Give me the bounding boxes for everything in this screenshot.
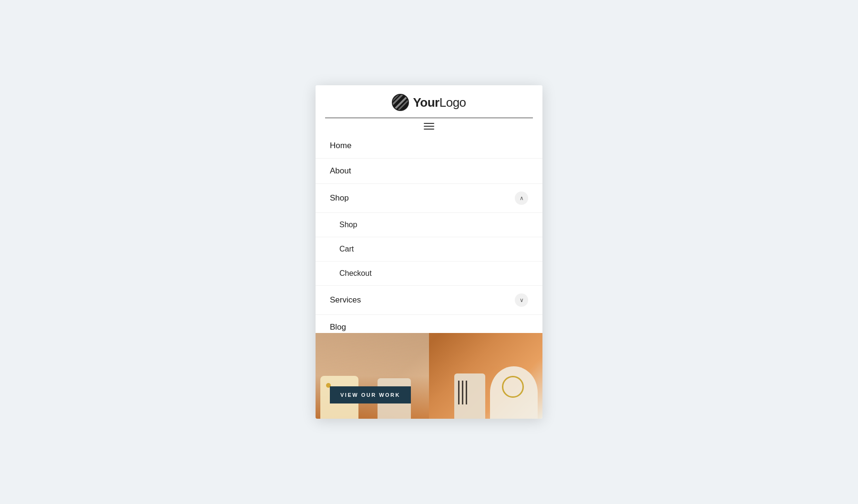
nav-item-checkout[interactable]: Checkout bbox=[316, 262, 542, 286]
nav-item-blog[interactable]: Blog bbox=[316, 315, 542, 333]
nav-label-services: Services bbox=[330, 295, 361, 305]
hamburger-bar bbox=[325, 118, 533, 133]
nav-item-about[interactable]: About bbox=[316, 159, 542, 184]
nav-menu: Home About Shop ∧ Shop Cart Checkout Ser… bbox=[316, 133, 542, 333]
view-our-work-button[interactable]: VIEW OUR WORK bbox=[330, 386, 411, 403]
pillow-stripe bbox=[454, 373, 485, 419]
nav-label-home: Home bbox=[330, 141, 351, 151]
logo-text: YourLogo bbox=[413, 95, 466, 110]
nav-label-blog: Blog bbox=[330, 323, 346, 332]
nav-label-shop-sub: Shop bbox=[339, 221, 357, 229]
nav-label-cart: Cart bbox=[339, 245, 354, 253]
nav-item-services[interactable]: Services ∨ bbox=[316, 286, 542, 315]
logo-area: YourLogo bbox=[392, 94, 466, 111]
shop-chevron-button[interactable]: ∧ bbox=[515, 192, 528, 205]
hamburger-button[interactable] bbox=[424, 123, 434, 130]
nav-label-checkout: Checkout bbox=[339, 269, 372, 278]
nav-item-home[interactable]: Home bbox=[316, 133, 542, 159]
nav-item-shop-sub[interactable]: Shop bbox=[316, 213, 542, 237]
pillow-right bbox=[490, 366, 538, 419]
nav-label-shop: Shop bbox=[330, 193, 349, 203]
services-chevron-button[interactable]: ∨ bbox=[515, 293, 528, 307]
nav-item-cart[interactable]: Cart bbox=[316, 237, 542, 262]
logo-icon bbox=[392, 94, 409, 111]
nav-label-about: About bbox=[330, 166, 351, 176]
chevron-down-icon: ∨ bbox=[520, 297, 524, 303]
header: YourLogo bbox=[316, 85, 542, 133]
hero-image: VIEW OUR WORK bbox=[316, 333, 542, 419]
chevron-up-icon: ∧ bbox=[520, 195, 524, 202]
nav-item-shop[interactable]: Shop ∧ bbox=[316, 184, 542, 213]
phone-frame: YourLogo Home About Shop ∧ Shop bbox=[316, 85, 542, 419]
